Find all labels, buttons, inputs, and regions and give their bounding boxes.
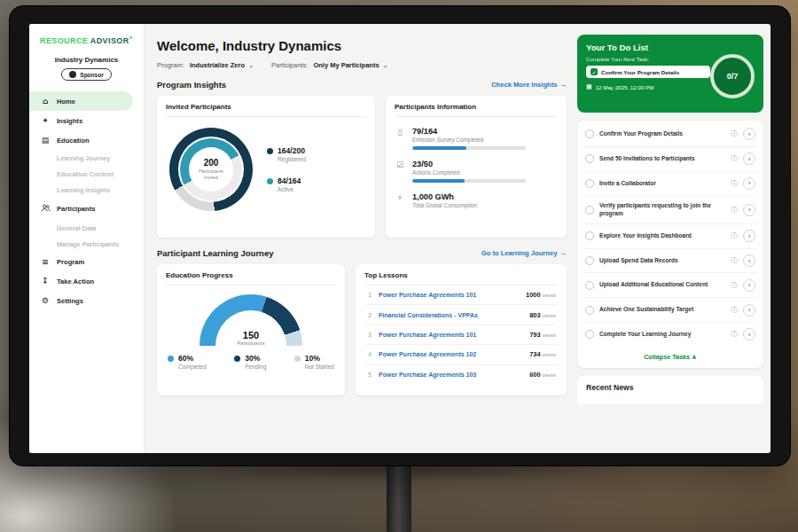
card-title: Participants Information [395,103,558,117]
task-row[interactable]: Upload Additional Educational Content ⓘ … [583,273,757,298]
task-row[interactable]: Explore Your Insights Dashboard ⓘ › [583,224,757,249]
sidebar-item-learning-insights[interactable]: Learning Insights [29,182,144,198]
energy-icon: ⚡ [395,193,405,202]
info-icon[interactable]: ⓘ [732,256,739,265]
lesson-rank: 1 [366,292,373,298]
logo-part1: RESOURCE [40,36,88,45]
participants-filter-value[interactable]: Only My Participants [313,61,379,69]
sidebar-item-label: Insights [57,117,82,125]
sponsor-badge[interactable]: Sponsor [61,68,111,81]
lesson-views: 734views [529,350,556,358]
sidebar-item-take-action[interactable]: ↧ Take Action [29,271,144,291]
task-row[interactable]: Invite a Collaborator ⓘ › [583,172,757,197]
info-icon[interactable]: ⓘ [732,281,739,290]
invited-participants-card: Invited Participants 200 Participants In… [157,96,375,238]
task-label: Invite a Collaborator [599,180,726,188]
lesson-link[interactable]: Financial Considerations - VPPAs [379,312,524,318]
checkbox-checked-icon: ✓ [591,68,598,75]
legend-label: Active [278,186,306,192]
info-icon[interactable]: ⓘ [732,231,739,240]
check-more-insights-link[interactable]: Check More Insights → [491,81,567,89]
chevron-right-icon[interactable]: › [743,153,755,165]
link-label: Go to Learning Journey [481,249,558,257]
info-icon[interactable]: ⓘ [732,206,739,215]
chevron-right-icon[interactable]: › [743,254,755,267]
chevron-right-icon[interactable]: › [743,304,755,317]
info-icon[interactable]: ⓘ [732,306,739,315]
chevron-right-icon[interactable]: › [743,279,755,292]
info-icon[interactable]: ⓘ [732,129,739,138]
task-row[interactable]: Achieve One Sustainability Target ⓘ › [583,298,757,323]
task-row[interactable]: Upload Spend Data Records ⓘ › [583,249,757,274]
legend-item-registered: 164/200 Registered [267,146,306,162]
collapse-tasks-link[interactable]: Collapse Tasks ∧ [583,347,757,366]
task-label: Verify participants requesting to join t… [599,202,726,218]
sidebar-item-settings[interactable]: ⚙ Settings [29,291,144,310]
top-lessons-card: Top Lessons 1 Power Purchase Agreements … [356,264,567,395]
sidebar-item-education[interactable]: ▤ Education [29,130,144,150]
page-title: Welcome, Industry Dynamics [157,38,567,53]
checkbox-icon[interactable] [585,231,594,240]
info-icon[interactable]: ⓘ [732,330,739,339]
sidebar-item-insights[interactable]: ✦ Insights [29,111,144,130]
sidebar-item-home[interactable]: ⌂ Home [29,91,133,111]
legend-value: 10% [305,354,320,363]
chevron-right-icon[interactable]: › [743,230,755,242]
chevron-down-icon[interactable]: ⌄ [248,62,254,69]
todo-progress-value: 0/7 [727,72,739,81]
survey-icon: ▯ [395,128,405,137]
chevron-down-icon[interactable]: ⌄ [383,62,388,69]
gauge-center-value: 150 [200,330,302,340]
task-row[interactable]: Complete Your Learning Journey ⓘ › [583,323,757,347]
progress-fill [412,179,465,183]
info-icon[interactable]: ⓘ [732,154,739,163]
go-to-learning-journey-link[interactable]: Go to Learning Journey → [481,249,567,257]
sidebar-item-general-data[interactable]: General Data [29,220,144,236]
task-row[interactable]: Verify participants requesting to join t… [583,196,757,224]
sidebar-item-education-content[interactable]: Education Content [29,166,144,182]
arrow-right-icon: → [559,81,567,89]
sidebar: RESOURCE ADVISOR+ Industry Dynamics Spon… [29,24,145,453]
checkbox-icon[interactable] [585,281,594,290]
logo-plus: + [129,35,134,41]
stat-value: 79/164 [412,127,526,136]
todo-progress-ring: 0/7 [710,54,755,98]
progress-bar [412,179,526,183]
sidebar-item-participants[interactable]: Participants [29,198,144,220]
lesson-link[interactable]: Power Purchase Agreements 102 [379,351,524,357]
legend-dot [168,356,174,362]
legend-label: Pending [245,364,266,370]
sidebar-item-manage-participants[interactable]: Manage Participants [29,236,144,252]
learning-journey-header: Participant Learning Journey Go to Learn… [157,248,567,258]
chevron-right-icon[interactable]: › [743,204,755,216]
sidebar-nav: ⌂ Home ✦ Insights ▤ Education Learning J… [29,91,144,310]
sidebar-item-program[interactable]: ≡ Program [29,252,144,271]
checkbox-icon[interactable] [585,256,594,265]
lesson-link[interactable]: Power Purchase Agreements 101 [379,332,524,338]
task-row[interactable]: Send 50 Invitations to Participants ⓘ › [583,147,757,172]
lesson-link[interactable]: Power Purchase Agreements 101 [379,292,520,298]
recent-news-card[interactable]: Recent News [577,376,763,404]
participants-filter-label: Participants: [271,61,308,69]
legend-dot [294,356,301,362]
chevron-right-icon[interactable]: › [743,128,755,140]
sidebar-item-label: Education [57,137,90,145]
next-task-item[interactable]: ✓ Confirm Your Program Details [586,66,710,78]
chevron-right-icon[interactable]: › [743,177,755,190]
checkbox-icon[interactable] [585,206,594,215]
checkbox-icon[interactable] [585,154,594,163]
chevron-right-icon[interactable]: › [743,328,755,340]
task-row[interactable]: Confirm Your Program Details ⓘ › [583,122,757,147]
gear-icon: ⚙ [40,296,51,305]
list-icon: ≡ [40,257,51,266]
sidebar-item-learning-journey[interactable]: Learning Journey [29,150,144,166]
program-filter-value[interactable]: Industrialize Zero [190,61,245,69]
sidebar-item-label: Settings [57,297,83,305]
arrow-right-icon: → [559,249,567,257]
info-icon[interactable]: ⓘ [732,179,739,188]
lesson-link[interactable]: Power Purchase Agreements 103 [379,372,524,378]
checkbox-icon[interactable] [585,179,594,188]
checkbox-icon[interactable] [585,330,594,339]
checkbox-icon[interactable] [585,306,594,315]
checkbox-icon[interactable] [585,129,594,138]
